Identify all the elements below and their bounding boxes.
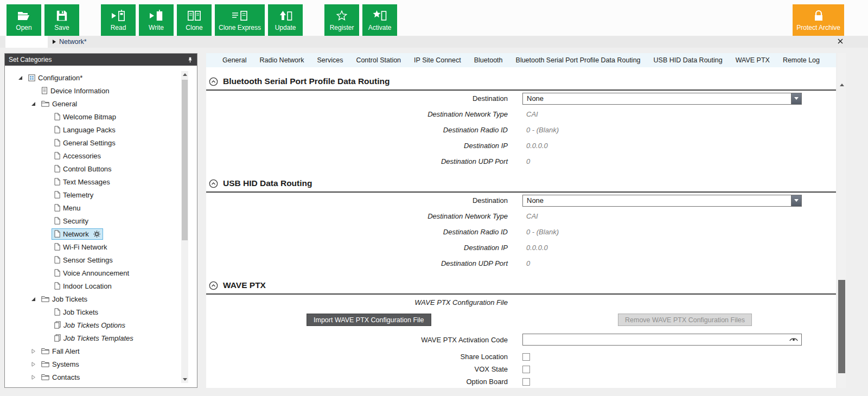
- destination-udp-port-label: Destination UDP Port: [206, 157, 508, 165]
- content-nav-general[interactable]: General: [222, 56, 246, 64]
- import-wave-ptx-configuration-file-button[interactable]: Import WAVE PTX Configuration File: [307, 314, 431, 326]
- folder-icon: [41, 100, 49, 107]
- tree-item-menu[interactable]: Menu: [5, 201, 197, 214]
- sidebar-scrollbar[interactable]: [181, 71, 188, 383]
- scroll-thumb[interactable]: [838, 280, 845, 373]
- form-row: Destination IP0.0.0.0: [206, 240, 836, 256]
- expander-icon[interactable]: [16, 75, 24, 80]
- content-nav-control-station[interactable]: Control Station: [356, 56, 401, 64]
- read-button[interactable]: Read: [101, 4, 136, 36]
- tree-item-configuration[interactable]: Configuration*: [5, 71, 197, 84]
- tree-item-job-tickets[interactable]: Job Tickets: [5, 305, 197, 318]
- tree-item-language-packs[interactable]: Language Packs: [5, 123, 197, 136]
- folder-icon: [41, 348, 49, 354]
- expander-icon[interactable]: [29, 101, 37, 106]
- tree-item-sensor-settings[interactable]: Sensor Settings: [5, 253, 197, 266]
- tree-item-job-tickets-options[interactable]: Job Tickets Options: [5, 318, 197, 331]
- open-button[interactable]: Open: [7, 4, 41, 36]
- tree-item-general-settings[interactable]: General Settings: [5, 136, 197, 149]
- scroll-down-icon[interactable]: [181, 376, 188, 383]
- close-icon[interactable]: [838, 39, 843, 44]
- content-nav-wave-ptx[interactable]: WAVE PTX: [736, 56, 770, 64]
- tree-item-contacts[interactable]: Contacts: [5, 371, 197, 381]
- form-row: Destination Radio ID0 - (Blank): [206, 122, 836, 138]
- tree-item-device-information[interactable]: Device Information: [5, 84, 197, 97]
- expander-icon[interactable]: [29, 375, 37, 380]
- form-row: Destination UDP Port0: [206, 256, 836, 271]
- bt-destination-select[interactable]: None: [522, 93, 802, 105]
- folder-icon: [41, 296, 49, 302]
- doc-icon: [54, 178, 60, 186]
- open-icon: [17, 9, 31, 22]
- tree-item-security[interactable]: Security: [5, 214, 197, 227]
- register-button[interactable]: Register: [324, 4, 359, 36]
- collapse-icon[interactable]: [209, 179, 218, 188]
- write-button[interactable]: Write: [139, 4, 174, 36]
- scroll-thumb[interactable]: [182, 80, 188, 240]
- content-nav-usb-hid-data-routing[interactable]: USB HID Data Routing: [654, 56, 723, 64]
- form-row: WAVE PTX Activation Code: [206, 329, 836, 350]
- tree-item-wi-fi-network[interactable]: Wi-Fi Network: [5, 240, 197, 253]
- tree-item-accessories[interactable]: Accessories: [5, 149, 197, 162]
- active-document-tab[interactable]: Network*: [59, 38, 87, 46]
- content-nav-ip-site-connect[interactable]: IP Site Connect: [414, 56, 461, 64]
- content-nav-remote-log[interactable]: Remote Log: [783, 56, 820, 64]
- option-board-checkbox[interactable]: [522, 378, 530, 386]
- wave-ptx-activation-code-input[interactable]: [522, 334, 802, 346]
- destination-ip-label: Destination IP: [206, 142, 508, 150]
- tree-item-systems[interactable]: Systems: [5, 357, 197, 371]
- reveal-password-icon[interactable]: [789, 337, 798, 342]
- clone-express-button[interactable]: Clone Express: [215, 4, 265, 36]
- tree-item-control-buttons[interactable]: Control Buttons: [5, 162, 197, 175]
- tree-item-welcome-bitmap[interactable]: Welcome Bitmap: [5, 110, 197, 123]
- content-nav-services[interactable]: Services: [317, 56, 343, 64]
- tree-item-job-tickets-templates[interactable]: Job Tickets Templates: [5, 331, 197, 344]
- usb-destination-select[interactable]: None: [522, 195, 802, 207]
- tree-item-network[interactable]: Network: [5, 227, 197, 240]
- expander-icon[interactable]: [29, 349, 37, 354]
- destination-ip-value: 0.0.0.0: [526, 142, 548, 150]
- destination-network-type-label: Destination Network Type: [206, 212, 508, 220]
- chevron-down-icon[interactable]: [791, 93, 801, 104]
- tab-arrow-icon[interactable]: [53, 40, 56, 44]
- expander-icon[interactable]: [29, 362, 37, 367]
- collapse-icon[interactable]: [209, 281, 218, 290]
- chevron-down-icon[interactable]: [791, 195, 801, 206]
- doc-icon: [54, 113, 60, 120]
- update-button[interactable]: Update: [268, 4, 303, 36]
- expander-icon[interactable]: [29, 297, 37, 302]
- tree-item-indoor-location[interactable]: Indoor Location: [5, 279, 197, 292]
- destination-ip-value: 0.0.0.0: [526, 244, 548, 252]
- tree-item-text-messages[interactable]: Text Messages: [5, 175, 197, 188]
- doc-icon: [54, 126, 60, 133]
- content-nav: GeneralRadio NetworkServicesControl Stat…: [206, 53, 836, 67]
- content-scrollbar[interactable]: [838, 53, 846, 388]
- content-nav-radio-network[interactable]: Radio Network: [259, 56, 304, 64]
- remove-wave-ptx-configuration-files-button[interactable]: Remove WAVE PTX Configuration Files: [618, 314, 752, 326]
- form-row: Option Board: [206, 375, 836, 388]
- doc-icon: [54, 204, 60, 212]
- doc-icon: [54, 230, 60, 238]
- protect-archive-button[interactable]: Protect Archive: [793, 4, 844, 36]
- activate-button[interactable]: Activate: [362, 4, 397, 36]
- share-location-checkbox[interactable]: [522, 353, 530, 361]
- doc-icon: [54, 269, 60, 277]
- save-button[interactable]: Save: [44, 4, 79, 36]
- doc-icon: [54, 191, 60, 199]
- tree-item-general[interactable]: General: [5, 97, 197, 110]
- tree-item-voice-announcement[interactable]: Voice Announcement: [5, 266, 197, 279]
- content-nav-bluetooth[interactable]: Bluetooth: [474, 56, 503, 64]
- option-board-label: Option Board: [206, 378, 508, 386]
- clone-button[interactable]: Clone: [177, 4, 212, 36]
- content-nav-bluetooth-serial-port-profile-data-routing[interactable]: Bluetooth Serial Port Profile Data Routi…: [516, 56, 641, 64]
- tree-item-telemetry[interactable]: Telemetry: [5, 188, 197, 201]
- pin-icon[interactable]: [187, 57, 193, 63]
- collapse-icon[interactable]: [209, 77, 218, 86]
- destination-ip-label: Destination IP: [206, 244, 508, 252]
- tree-item-job-tickets[interactable]: Job Tickets: [5, 292, 197, 305]
- tree-item-fall-alert[interactable]: Fall Alert: [5, 344, 197, 357]
- scroll-up-icon[interactable]: [181, 71, 188, 78]
- scroll-up-icon[interactable]: [838, 81, 846, 88]
- vox-state-checkbox[interactable]: [522, 366, 530, 373]
- doc-icon: [54, 152, 60, 159]
